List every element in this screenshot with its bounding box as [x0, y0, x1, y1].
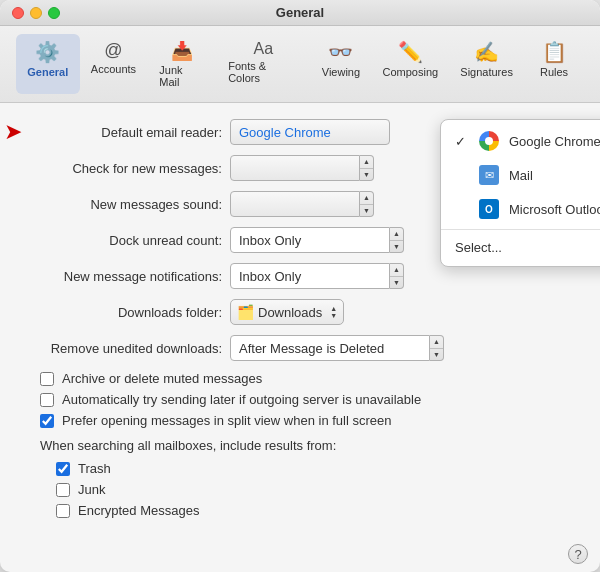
window-title: General: [276, 5, 324, 20]
dl-down-icon[interactable]: ▼: [330, 312, 337, 319]
sound-spinner[interactable]: ▲ ▼: [360, 191, 374, 217]
encrypted-search-row: Encrypted Messages: [40, 503, 580, 518]
toolbar-item-fonts-colors[interactable]: Aa Fonts & Colors: [216, 34, 310, 94]
mail-app-icon: ✉: [479, 165, 499, 185]
trash-checkbox[interactable]: [56, 462, 70, 476]
outlook-icon-text: O: [485, 204, 493, 215]
close-button[interactable]: [12, 7, 24, 19]
default-email-reader-label: Default email reader:: [20, 125, 230, 140]
dl-up-icon[interactable]: ▲: [330, 305, 337, 312]
rules-icon: 📋: [542, 40, 567, 64]
toolbar-item-composing[interactable]: ✏️ Composing: [371, 34, 449, 94]
chrome-app-icon: [479, 131, 499, 151]
toolbar-label-fonts-colors: Fonts & Colors: [228, 60, 298, 84]
fonts-icon: Aa: [254, 40, 274, 58]
search-mailboxes-section: When searching all mailboxes, include re…: [20, 438, 580, 518]
maximize-button[interactable]: [48, 7, 60, 19]
toolbar-label-signatures: Signatures: [460, 66, 513, 78]
toolbar-item-accounts[interactable]: @ Accounts: [80, 34, 148, 94]
toolbar-label-viewing: Viewing: [322, 66, 360, 78]
downloads-row: Downloads folder: 🗂️ Downloads ▲ ▼: [20, 299, 580, 325]
toolbar-item-viewing[interactable]: 👓 Viewing: [310, 34, 371, 94]
dock-unread-spinner[interactable]: ▲ ▼: [390, 227, 404, 253]
toolbar-item-rules[interactable]: 📋 Rules: [524, 34, 584, 94]
composing-icon: ✏️: [398, 40, 423, 64]
dock-down-icon[interactable]: ▼: [390, 241, 403, 253]
outlook-app-icon: O: [479, 199, 499, 219]
trash-search-row: Trash: [40, 461, 580, 476]
notifications-spinner[interactable]: ▲ ▼: [390, 263, 404, 289]
chrome-label: Google Chrome: [509, 134, 600, 149]
notifications-control: Inbox Only ▲ ▼: [230, 263, 404, 289]
dropdown-select-option[interactable]: Select...: [441, 233, 600, 262]
arrow-indicator: ➤: [4, 119, 22, 145]
toolbar-label-accounts: Accounts: [91, 63, 136, 75]
toolbar-item-signatures[interactable]: ✍️ Signatures: [449, 34, 524, 94]
archive-delete-label: Archive or delete muted messages: [62, 371, 262, 386]
toolbar-item-junk-mail[interactable]: 📥 Junk Mail: [147, 34, 216, 94]
junk-search-row: Junk: [40, 482, 580, 497]
notif-up-icon[interactable]: ▲: [390, 264, 403, 277]
notifications-select[interactable]: Inbox Only: [230, 263, 390, 289]
junk-checkbox[interactable]: [56, 483, 70, 497]
dropdown-item-outlook[interactable]: ✓ O Microsoft Outlook: [441, 192, 600, 226]
split-view-checkbox[interactable]: [40, 414, 54, 428]
default-email-reader-control: Google Chrome ✓ Google Chrome ✓ ✉: [230, 119, 390, 145]
auto-send-row: Automatically try sending later if outgo…: [20, 392, 580, 407]
toolbar-label-junk-mail: Junk Mail: [159, 64, 204, 88]
at-icon: @: [104, 40, 122, 61]
new-messages-sound-label: New messages sound:: [20, 197, 230, 212]
downloads-spinner[interactable]: ▲ ▼: [330, 305, 337, 319]
encrypted-label: Encrypted Messages: [78, 503, 199, 518]
toolbar-label-composing: Composing: [383, 66, 439, 78]
titlebar: General: [0, 0, 600, 26]
junk-icon: 📥: [171, 40, 193, 62]
archive-delete-checkbox[interactable]: [40, 372, 54, 386]
notifications-label: New message notifications:: [20, 269, 230, 284]
check-messages-select[interactable]: [230, 155, 360, 181]
remove-unedited-select[interactable]: After Message is Deleted: [230, 335, 430, 361]
sound-spinner-up[interactable]: ▲: [360, 192, 373, 205]
notif-down-icon[interactable]: ▼: [390, 277, 403, 289]
downloads-value: Downloads: [258, 305, 322, 320]
notifications-value: Inbox Only: [239, 269, 301, 284]
default-email-reader-select[interactable]: Google Chrome: [230, 119, 390, 145]
downloads-control[interactable]: 🗂️ Downloads ▲ ▼: [230, 299, 344, 325]
remove-unedited-spinner[interactable]: ▲ ▼: [430, 335, 444, 361]
check-messages-control: ▲ ▼: [230, 155, 374, 181]
dropdown-separator: [441, 229, 600, 230]
downloads-label: Downloads folder:: [20, 305, 230, 320]
dropdown-item-chrome[interactable]: ✓ Google Chrome: [441, 124, 600, 158]
archive-delete-row: Archive or delete muted messages: [20, 371, 580, 386]
check-messages-spinner[interactable]: ▲ ▼: [360, 155, 374, 181]
help-button[interactable]: ?: [568, 544, 588, 564]
rm-down-icon[interactable]: ▼: [430, 349, 443, 361]
minimize-button[interactable]: [30, 7, 42, 19]
auto-send-checkbox[interactable]: [40, 393, 54, 407]
spinner-up-icon[interactable]: ▲: [360, 156, 373, 169]
dock-unread-label: Dock unread count:: [20, 233, 230, 248]
main-window: General ⚙️ General @ Accounts 📥 Junk Mai…: [0, 0, 600, 572]
default-email-reader-row: ➤ Default email reader: Google Chrome ✓ …: [20, 119, 580, 145]
dropdown-item-mail[interactable]: ✓ ✉ Mail: [441, 158, 600, 192]
spinner-down-icon[interactable]: ▼: [360, 169, 373, 181]
toolbar-label-general: General: [27, 66, 68, 78]
mail-icon-text: ✉: [485, 169, 494, 182]
sound-spinner-down[interactable]: ▼: [360, 205, 373, 217]
trash-label: Trash: [78, 461, 111, 476]
rm-up-icon[interactable]: ▲: [430, 336, 443, 349]
traffic-lights: [12, 7, 60, 19]
toolbar: ⚙️ General @ Accounts 📥 Junk Mail Aa Fon…: [0, 26, 600, 103]
split-view-label: Prefer opening messages in split view wh…: [62, 413, 392, 428]
check-messages-label: Check for new messages:: [20, 161, 230, 176]
dock-up-icon[interactable]: ▲: [390, 228, 403, 241]
viewing-icon: 👓: [328, 40, 353, 64]
remove-unedited-row: Remove unedited downloads: After Message…: [20, 335, 580, 361]
encrypted-checkbox[interactable]: [56, 504, 70, 518]
toolbar-label-rules: Rules: [540, 66, 568, 78]
sound-select[interactable]: [230, 191, 360, 217]
dock-unread-select[interactable]: Inbox Only: [230, 227, 390, 253]
check-icon: ✓: [455, 134, 469, 149]
dock-unread-control: Inbox Only ▲ ▼: [230, 227, 404, 253]
toolbar-item-general[interactable]: ⚙️ General: [16, 34, 80, 94]
